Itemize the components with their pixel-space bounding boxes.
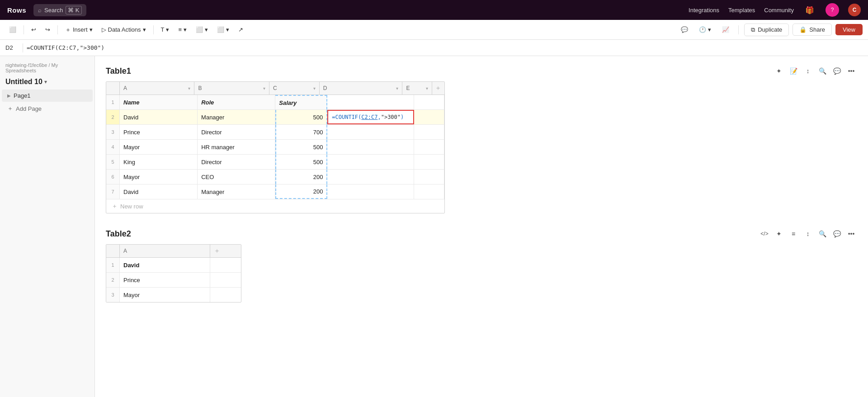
table1-magic-btn[interactable]: ✦ [773, 65, 785, 77]
table-row: 7 David Manager 200 [106, 184, 444, 199]
cell-4c[interactable]: 500 [275, 140, 327, 154]
cell-2b[interactable]: Manager [198, 110, 275, 124]
cell-3a[interactable]: Prince [120, 125, 198, 139]
doc-title-caret[interactable]: ▾ [44, 79, 47, 85]
cell-4d [327, 140, 414, 154]
format-icon: ⬜ [196, 26, 203, 33]
cell-5c[interactable]: 500 [275, 155, 327, 169]
table2-sort-btn[interactable]: ↕ [802, 228, 814, 240]
table2-magic-btn[interactable]: ✦ [773, 228, 785, 240]
t2-cell-2a[interactable]: Prince [120, 273, 210, 287]
share-view-btn[interactable]: ↗ [235, 24, 247, 35]
table-row: 3 Prince Director 700 [106, 125, 444, 140]
cell-6a[interactable]: Mayor [120, 170, 198, 184]
integrations-link[interactable]: Integrations [689, 7, 719, 14]
cell-7a[interactable]: David [120, 184, 198, 199]
formula-content[interactable]: =COUNTIF(C2:C7,">300") [27, 44, 104, 51]
duplicate-btn[interactable]: ⧉ Duplicate [744, 24, 789, 36]
cell-ref: D2 [5, 44, 19, 51]
templates-link[interactable]: Templates [728, 7, 755, 14]
add-page-btn[interactable]: ＋ Add Page [2, 102, 93, 115]
cell-2a[interactable]: David [120, 110, 198, 124]
table1-more-btn[interactable]: ••• [845, 65, 857, 77]
table2-search-btn[interactable]: 🔍 [816, 228, 828, 240]
view-btn[interactable]: View [835, 24, 863, 35]
cell-4b[interactable]: HR manager [198, 140, 275, 154]
share-btn[interactable]: 🔒 Share [793, 24, 832, 36]
text-format-btn[interactable]: T ▾ [157, 24, 173, 35]
table2-filter-btn[interactable]: ≡ [788, 228, 799, 240]
table1-sort-btn[interactable]: ↕ [802, 65, 814, 77]
cell-2d-formula[interactable]: =COUNTIF(C2:C7,">300") [327, 110, 414, 124]
cell-3b[interactable]: Director [198, 125, 275, 139]
col-b-header[interactable]: B ▾ [194, 82, 269, 95]
new-row-btn[interactable]: ＋ New row [106, 199, 444, 213]
cell-7c[interactable]: 200 [275, 184, 327, 199]
cell-6b[interactable]: CEO [198, 170, 275, 184]
cell-5b[interactable]: Director [198, 155, 275, 169]
cell-6e [414, 170, 444, 184]
format-btn[interactable]: ⬜ ▾ [192, 24, 212, 35]
history-caret: ▾ [708, 26, 711, 33]
app-title: Rows [7, 6, 26, 14]
page1-label: Page1 [14, 92, 31, 99]
col-d-header[interactable]: D ▾ [320, 82, 403, 95]
gift-icon[interactable]: 🎁 [803, 3, 816, 17]
cell-7b[interactable]: Manager [198, 184, 275, 199]
table2-col-header-row: A ＋ [106, 245, 241, 258]
table2-code-btn[interactable]: </> [759, 228, 770, 240]
t2-cell-1a[interactable]: David [120, 258, 210, 272]
col-e-header[interactable]: E ▾ [402, 82, 432, 95]
table-row: 2 David Manager 500 =COUNTIF(C2:C7,">300… [106, 110, 444, 125]
history-icon: 🕐 [699, 26, 706, 33]
sidebar-item-page1[interactable]: ▶ Page1 [2, 90, 93, 102]
t2-row-num-2: 2 [106, 273, 120, 287]
table1-spreadsheet: A ▾ B ▾ C ▾ D ▾ [106, 81, 445, 213]
community-link[interactable]: Community [764, 7, 794, 14]
insert-btn[interactable]: ＋ Insert ▾ [61, 24, 96, 36]
more-format-btn[interactable]: ⬜ ▾ [213, 24, 233, 35]
col-c-sort: ▾ [313, 86, 316, 91]
search-icon: ⌕ [38, 7, 42, 14]
chart-icon: 📈 [722, 26, 729, 33]
cell-6c[interactable]: 200 [275, 170, 327, 184]
add-col-btn[interactable]: ＋ [432, 82, 444, 95]
undo-btn[interactable]: ↩ [28, 24, 40, 35]
sidebar-toggle-btn[interactable]: ⬜ [5, 24, 20, 35]
table2-col-a-header[interactable]: A [120, 245, 210, 257]
redo-btn[interactable]: ↪ [42, 24, 54, 35]
data-actions-btn[interactable]: ▷ Data Actions ▾ [98, 24, 150, 35]
t2-cell-3a[interactable]: Mayor [120, 288, 210, 302]
col-c-header[interactable]: C ▾ [269, 82, 320, 95]
cell-7d [327, 184, 414, 199]
table1-search-btn[interactable]: 🔍 [816, 65, 828, 77]
help-icon[interactable]: ? [826, 3, 839, 17]
table2-more-btn[interactable]: ••• [845, 228, 857, 240]
comment-btn[interactable]: 💬 [677, 24, 692, 35]
toolbar-right: 💬 🕐 ▾ 📈 ⧉ Duplicate 🔒 Share View [677, 24, 863, 36]
insert-caret: ▾ [90, 26, 93, 33]
breadcrumb: nightwing-f1fec6be / My Spreadsheets [0, 60, 94, 76]
table2-comment-btn[interactable]: 💬 [831, 228, 843, 240]
col-a-label: A [123, 85, 127, 91]
row-num-7: 7 [106, 184, 120, 199]
table2-add-col-btn[interactable]: ＋ [210, 245, 224, 257]
cell-5a[interactable]: King [120, 155, 198, 169]
align-btn[interactable]: ≡ ▾ [175, 24, 190, 35]
chart-btn[interactable]: 📈 [718, 24, 733, 35]
search-box[interactable]: ⌕ Search ⌘ K [33, 4, 86, 16]
table2-section: Table2 </> ✦ ≡ ↕ 🔍 💬 ••• A [106, 228, 857, 302]
table1-note-btn[interactable]: 📝 [788, 65, 799, 77]
table1-comment-btn[interactable]: 💬 [831, 65, 843, 77]
table-row: 4 Mayor HR manager 500 [106, 140, 444, 155]
cell-3c[interactable]: 700 [275, 125, 327, 139]
col-a-header[interactable]: A ▾ [120, 82, 194, 95]
breadcrumb-user[interactable]: nightwing-f1fec6be [5, 62, 47, 68]
user-avatar[interactable]: C [848, 4, 861, 16]
history-btn[interactable]: 🕐 ▾ [695, 24, 715, 35]
more-caret: ▾ [226, 26, 229, 33]
cell-2c[interactable]: 500 [275, 110, 327, 124]
cell-4a[interactable]: Mayor [120, 140, 198, 154]
formula-range: C2:C7 [361, 114, 377, 120]
format-caret: ▾ [205, 26, 208, 33]
